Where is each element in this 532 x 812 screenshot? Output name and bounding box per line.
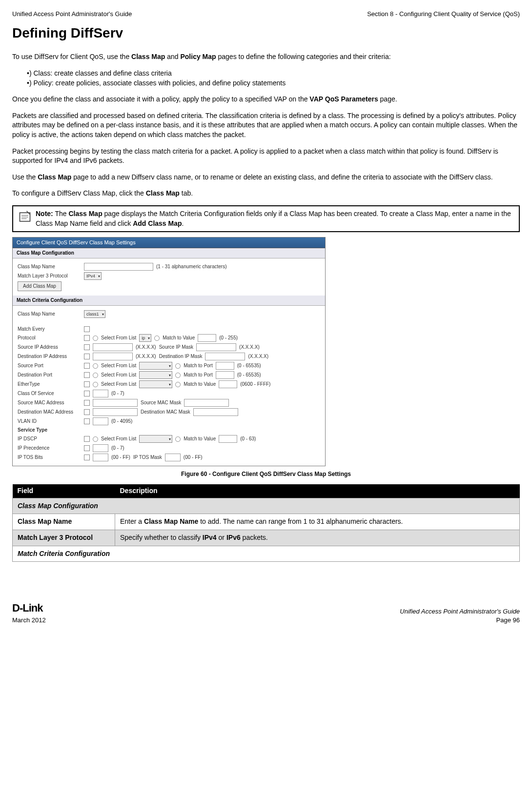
radio-proto-list[interactable] <box>93 336 98 341</box>
label-dscp: IP DSCP <box>18 436 81 442</box>
input-classmapname[interactable] <box>84 263 153 271</box>
screenshot-figure: Configure Client QoS DiffServ Class Map … <box>12 237 326 466</box>
input-dmac[interactable] <box>93 408 138 416</box>
row-classmapconfig: Class Map Configuration <box>13 498 520 514</box>
th-desc: Description <box>115 484 520 498</box>
label-dmac: Destination MAC Address <box>18 409 81 416</box>
label-tos: IP TOS Bits <box>18 454 81 461</box>
radio-proto-val[interactable] <box>154 336 160 341</box>
input-ipp[interactable] <box>93 444 108 452</box>
label-classmapname: Class Map Name <box>18 263 81 270</box>
label-matchevery: Match Every <box>18 326 81 333</box>
input-tosm[interactable] <box>165 454 181 461</box>
note-text: Note: The Class Map page displays the Ma… <box>36 209 514 228</box>
row-matchcriteriaconfig: Match Criteria Configuration <box>13 546 520 562</box>
radio-dscp-list[interactable] <box>93 436 98 442</box>
label-protocol: Protocol <box>18 335 81 341</box>
footer-date: March 2012 <box>12 616 46 625</box>
header-right: Section 8 - Configuring Client Quality o… <box>367 10 520 19</box>
select-ml3[interactable]: IPv4 <box>84 272 102 280</box>
radio-dp-port[interactable] <box>175 373 181 378</box>
cell-cmn-field: Class Map Name <box>13 514 115 530</box>
footer-right: Unified Access Point Administrator's Gui… <box>400 607 520 625</box>
input-sipm[interactable] <box>196 343 236 351</box>
footer-left: D-Link March 2012 <box>12 601 46 625</box>
radio-dp-list[interactable] <box>93 373 98 378</box>
para-classmap: Use the Class Map page to add a new Diff… <box>12 173 520 182</box>
input-cos[interactable] <box>93 390 108 397</box>
input-smac[interactable] <box>93 399 138 407</box>
label-dp: Destination Port <box>18 372 81 378</box>
page-title: Defining DiffServ <box>12 23 520 42</box>
radio-sp-list[interactable] <box>93 363 98 369</box>
chk-tos[interactable] <box>84 455 90 460</box>
input-dip[interactable] <box>93 353 133 360</box>
input-vlan[interactable] <box>93 417 108 425</box>
dlink-logo: D-Link <box>12 601 46 616</box>
description-table: FieldDescription Class Map Configuration… <box>12 484 520 562</box>
radio-dscp-val[interactable] <box>175 436 181 442</box>
chk-vlan[interactable] <box>84 418 90 424</box>
label-et: EtherType <box>18 381 81 388</box>
bullet-class: •) Class: create classes and define clas… <box>27 69 520 79</box>
input-dp-val[interactable] <box>216 371 234 379</box>
button-addclassmap[interactable]: Add Class Map <box>18 281 61 291</box>
chk-smac[interactable] <box>84 400 90 406</box>
note-icon <box>18 209 36 227</box>
chk-protocol[interactable] <box>84 335 90 341</box>
input-sp-val[interactable] <box>216 362 234 370</box>
input-smacm[interactable] <box>184 399 229 407</box>
label-ipp: IP Precedence <box>18 445 81 452</box>
label-smac: Source MAC Address <box>18 399 81 406</box>
figure-caption: Figure 60 - Configure Client QoS DiffSer… <box>12 470 520 478</box>
radio-sp-port[interactable] <box>175 363 181 369</box>
para-configure: To configure a DiffServ Class Map, click… <box>12 189 520 198</box>
radio-et-list[interactable] <box>93 382 98 387</box>
para-processing: Packet processing begins by testing the … <box>12 147 520 166</box>
fig-section-classmap: Class Map Configuration <box>13 248 325 258</box>
chk-sp[interactable] <box>84 363 90 369</box>
label-sp: Source Port <box>18 362 81 369</box>
input-proto-val[interactable] <box>198 334 216 342</box>
page-header: Unified Access Point Administrator's Gui… <box>12 10 520 19</box>
radio-et-val[interactable] <box>175 382 181 387</box>
chk-sip[interactable] <box>84 344 90 350</box>
cell-cmn-desc: Enter a Class Map Name to add. The name … <box>115 514 520 530</box>
chk-dmac[interactable] <box>84 409 90 415</box>
select-sp[interactable] <box>139 362 172 370</box>
input-sip[interactable] <box>93 343 133 351</box>
chk-et[interactable] <box>84 381 90 387</box>
fig-section-matchcriteria: Match Criteria Configuration <box>13 296 325 306</box>
chk-dscp[interactable] <box>84 436 90 442</box>
chk-dp[interactable] <box>84 372 90 378</box>
input-dscp-val[interactable] <box>219 435 237 443</box>
bullet-policy: •) Policy: create policies, associate cl… <box>27 79 520 88</box>
header-left: Unified Access Point Administrator's Gui… <box>12 10 132 19</box>
input-tos[interactable] <box>93 454 108 461</box>
select-et[interactable] <box>139 380 172 388</box>
input-dmacm[interactable] <box>193 408 238 416</box>
chk-dip[interactable] <box>84 354 90 359</box>
note-box: Note: The Class Map page displays the Ma… <box>12 205 520 232</box>
figure-titlebar: Configure Client QoS DiffServ Class Map … <box>13 238 325 248</box>
label-sip: Source IP Address <box>18 344 81 351</box>
label-vlan: VLAN ID <box>18 418 81 425</box>
select-proto[interactable]: ip <box>139 334 151 342</box>
label-servicetype: Service Type <box>18 427 81 434</box>
cell-ml3-field: Match Layer 3 Protocol <box>13 530 115 546</box>
chk-cos[interactable] <box>84 391 90 396</box>
label-ml3: Match Layer 3 Protocol <box>18 273 81 279</box>
chk-ipp[interactable] <box>84 445 90 451</box>
input-dipm[interactable] <box>205 353 245 360</box>
select-dp[interactable] <box>139 371 172 379</box>
label-dip: Destination IP Address <box>18 353 81 360</box>
th-field: Field <box>13 484 115 498</box>
para-classified: Packets are classified and processed bas… <box>12 111 520 140</box>
select-classmapname[interactable]: class1 <box>84 310 105 318</box>
input-et-val[interactable] <box>219 380 237 388</box>
chk-matchevery[interactable] <box>84 326 90 332</box>
select-dscp[interactable] <box>139 435 172 443</box>
label-cos: Class Of Service <box>18 390 81 397</box>
intro-para: To use DiffServ for Client QoS, use the … <box>12 52 520 62</box>
page-footer: D-Link March 2012 Unified Access Point A… <box>12 601 520 625</box>
